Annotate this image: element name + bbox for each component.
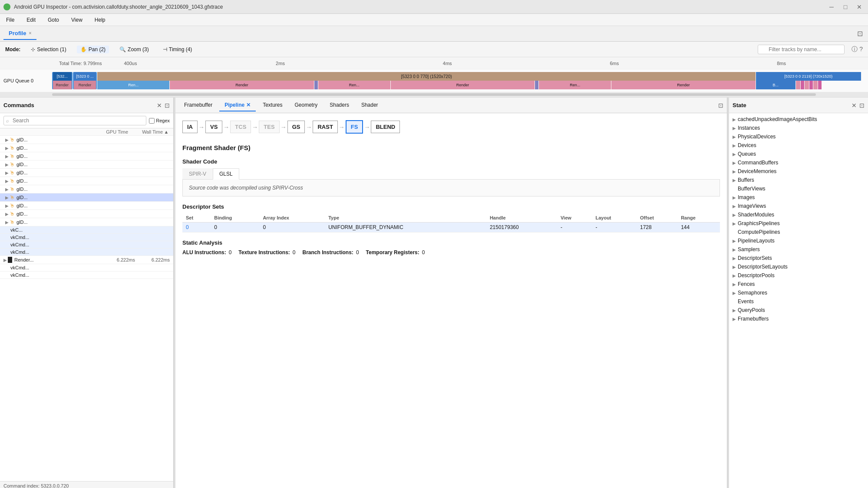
state-item-querypools[interactable]: ▶QueryPools xyxy=(729,306,868,314)
state-item-descriptorsetlayouts[interactable]: ▶DescriptorSetLayouts xyxy=(729,262,868,271)
state-item-images[interactable]: ▶Images xyxy=(729,193,868,202)
mode-timing[interactable]: ⊣ Timing (4) xyxy=(159,46,196,53)
filter-input[interactable] xyxy=(758,45,845,54)
tab-geometry[interactable]: Geometry xyxy=(290,99,323,111)
pipe-node-rast[interactable]: RAST xyxy=(313,121,337,133)
regex-checkbox-label[interactable]: Regex xyxy=(149,118,170,124)
row-chevron[interactable]: ▶ xyxy=(5,195,9,200)
commands-close-btn[interactable]: ✕ xyxy=(157,102,162,109)
row-chevron[interactable]: ▶ xyxy=(5,220,9,225)
tab-framebuffer[interactable]: Framebuffer xyxy=(179,99,218,111)
tab-profile-close[interactable]: × xyxy=(29,31,31,36)
commands-expand-btn[interactable]: ⊡ xyxy=(165,102,170,109)
timeline-track[interactable]: [532... Render [5323 0 ... Render [5323 … xyxy=(52,72,861,89)
row-chevron[interactable]: ▶ xyxy=(5,203,9,208)
state-item-instances[interactable]: ▶Instances xyxy=(729,124,868,132)
row-chevron[interactable]: ▶ xyxy=(5,170,9,175)
menu-help[interactable]: Help xyxy=(92,16,108,24)
table-row[interactable]: ▶🖱glD... xyxy=(0,210,173,218)
info-button[interactable]: ⓘ xyxy=(851,46,858,53)
close-button[interactable]: ✕ xyxy=(854,2,865,12)
row-chevron[interactable]: ▶ xyxy=(3,258,7,262)
state-item-semaphores[interactable]: ▶Semaphores xyxy=(729,288,868,297)
regex-checkbox[interactable] xyxy=(149,118,155,124)
seg-main-2[interactable]: [5323 0 0 2119] (720x1520) B... xyxy=(756,72,861,89)
mode-pan[interactable]: ✋ Pan (2) xyxy=(77,46,109,53)
state-item-samplers[interactable]: ▶Samplers xyxy=(729,245,868,254)
tab-profile[interactable]: Profile × xyxy=(3,27,36,40)
search-input[interactable] xyxy=(3,116,146,125)
pipe-node-tes[interactable]: TES xyxy=(259,121,279,133)
table-row[interactable]: ▶🖱glD... xyxy=(0,185,173,193)
state-item-buffers[interactable]: ▶Buffers xyxy=(729,176,868,184)
mode-zoom[interactable]: 🔍 Zoom (3) xyxy=(116,46,152,53)
state-item-pipelinelayouts[interactable]: ▶PipelineLayouts xyxy=(729,236,868,245)
table-row[interactable]: ▶ Render... 6.222ms 6.222ms xyxy=(0,256,173,264)
table-row[interactable]: vkCmd... xyxy=(0,234,173,241)
table-row[interactable]: ▶🖱glD... xyxy=(0,218,173,226)
timeline-scrollbar[interactable] xyxy=(0,92,868,97)
state-item-devicememories[interactable]: ▶DeviceMemories xyxy=(729,167,868,176)
state-item-queues[interactable]: ▶Queues xyxy=(729,150,868,158)
table-row[interactable]: vkCmd... xyxy=(0,272,173,279)
seg-main-1[interactable]: [5323 0 0 770] (1520x720) Ren... Render … xyxy=(97,72,755,89)
row-chevron[interactable]: ▶ xyxy=(5,212,9,216)
seg-2[interactable]: [5323 0 ... Render xyxy=(73,72,97,89)
tab-pipeline-close[interactable]: ✕ xyxy=(246,102,251,108)
pipe-node-gs[interactable]: GS xyxy=(287,121,305,133)
table-row[interactable]: ▶🖱glD... xyxy=(0,144,173,152)
menu-file[interactable]: File xyxy=(3,16,17,24)
state-item-imageviews[interactable]: ▶ImageViews xyxy=(729,202,868,210)
code-tab-spirv[interactable]: SPIR-V xyxy=(182,168,213,179)
state-item-descriptorsets[interactable]: ▶DescriptorSets xyxy=(729,254,868,262)
tab-pipeline[interactable]: Pipeline ✕ xyxy=(219,99,256,111)
table-row[interactable]: vkCmd... xyxy=(0,241,173,249)
table-row[interactable]: ▶🖱glD... xyxy=(0,152,173,160)
table-row[interactable]: 0 0 0 UNIFORM_BUFFER_DYNAMIC 2150179360 … xyxy=(182,223,720,233)
pipe-node-fs[interactable]: FS xyxy=(346,120,363,134)
expand-button[interactable]: ⊡ xyxy=(855,28,865,39)
state-item-computepipelines[interactable]: ComputePipelines xyxy=(729,228,868,236)
table-row[interactable]: vkCmd... xyxy=(0,249,173,256)
state-item-framebuffers[interactable]: ▶Framebuffers xyxy=(729,314,868,323)
tab-textures[interactable]: Textures xyxy=(257,99,287,111)
state-item-events[interactable]: Events xyxy=(729,297,868,306)
row-chevron[interactable]: ▶ xyxy=(5,179,9,183)
row-chevron[interactable]: ▶ xyxy=(5,138,9,142)
tab-shaders[interactable]: Shaders xyxy=(324,99,354,111)
col-sort[interactable]: ▲ xyxy=(163,129,170,134)
table-row[interactable]: ▶🖱glD... xyxy=(0,136,173,144)
minimize-button[interactable]: ─ xyxy=(826,2,837,12)
menu-edit[interactable]: Edit xyxy=(24,16,38,24)
table-row[interactable]: ▶🖱glD... xyxy=(0,193,173,202)
row-chevron[interactable]: ▶ xyxy=(5,146,9,151)
state-item-fences[interactable]: ▶Fences xyxy=(729,280,868,288)
table-row[interactable]: ▶🖱glD... xyxy=(0,177,173,185)
pipe-node-blend[interactable]: BLEND xyxy=(371,121,400,133)
middle-expand-btn[interactable]: ⊡ xyxy=(718,102,723,109)
pipe-node-tcs[interactable]: TCS xyxy=(230,121,251,133)
state-item-bufferviews[interactable]: BufferViews xyxy=(729,184,868,193)
state-close-btn[interactable]: ✕ xyxy=(851,102,857,109)
state-item-devices[interactable]: ▶Devices xyxy=(729,141,868,150)
scroll-track[interactable] xyxy=(52,93,816,96)
table-row[interactable]: ▶🖱glD... xyxy=(0,202,173,210)
table-row[interactable]: vkC... xyxy=(0,226,173,234)
state-item-cachedunpacked[interactable]: ▶cachedUnpackedImageAspectBits xyxy=(729,115,868,124)
row-chevron[interactable]: ▶ xyxy=(5,187,9,192)
maximize-button[interactable]: □ xyxy=(840,2,851,12)
state-item-shadermodules[interactable]: ▶ShaderModules xyxy=(729,210,868,219)
seg-1[interactable]: [532... Render xyxy=(52,72,73,89)
table-row[interactable]: ▶🖱glD... xyxy=(0,160,173,169)
pipe-node-ia[interactable]: IA xyxy=(182,121,198,133)
state-expand-btn[interactable]: ⊡ xyxy=(859,102,865,109)
state-item-physicaldevices[interactable]: ▶PhysicalDevices xyxy=(729,132,868,141)
pipe-node-vs[interactable]: VS xyxy=(205,121,222,133)
state-item-commandbuffers[interactable]: ▶CommandBuffers xyxy=(729,158,868,167)
menu-view[interactable]: View xyxy=(69,16,85,24)
state-item-descriptorpools[interactable]: ▶DescriptorPools xyxy=(729,271,868,280)
row-chevron[interactable]: ▶ xyxy=(5,162,9,167)
table-row[interactable]: vkCmd... xyxy=(0,264,173,272)
mode-selection[interactable]: ⊹ Selection (1) xyxy=(27,46,69,53)
table-row[interactable]: ▶🖱glD... xyxy=(0,169,173,177)
